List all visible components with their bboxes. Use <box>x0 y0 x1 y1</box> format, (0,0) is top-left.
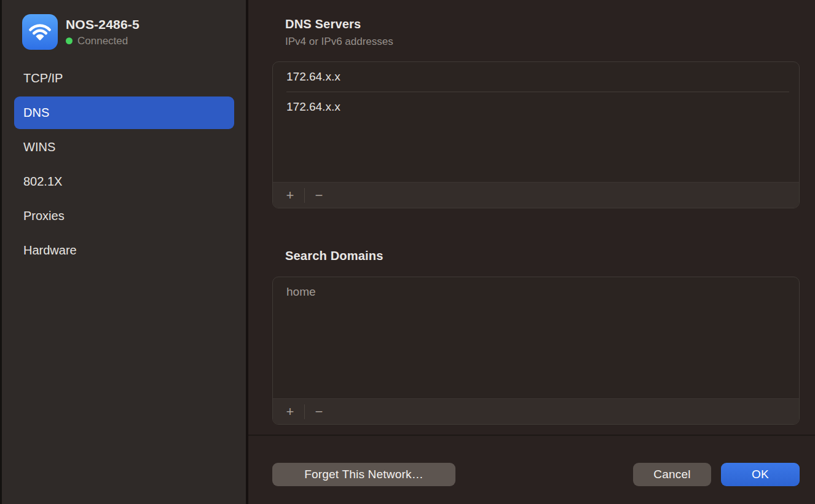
status-label: Connected <box>77 35 128 47</box>
remove-dns-server-button[interactable]: − <box>309 186 329 205</box>
wifi-icon <box>22 14 58 50</box>
forget-network-button[interactable]: Forget This Network… <box>272 463 455 486</box>
dns-server-entry[interactable]: 172.64.x.x <box>273 62 799 92</box>
network-info: NOS-2486-5 Connected <box>66 17 140 47</box>
search-domains-title: Search Domains <box>285 249 800 263</box>
dns-servers-subtitle: IPv4 or IPv6 addresses <box>285 36 800 48</box>
network-name: NOS-2486-5 <box>66 17 140 32</box>
search-domains-toolbar: + − <box>273 398 799 424</box>
sidebar-item-hardware[interactable]: Hardware <box>14 234 234 267</box>
dns-servers-listbox: 172.64.x.x 172.64.x.x + − <box>272 61 800 208</box>
toolbar-divider <box>304 188 305 203</box>
status-dot-icon <box>66 37 73 44</box>
search-domains-list: home <box>273 277 799 398</box>
dns-server-entry[interactable]: 172.64.x.x <box>273 92 799 122</box>
sidebar-item-wins[interactable]: WINS <box>14 131 234 163</box>
dns-settings-panel: DNS Servers IPv4 or IPv6 addresses 172.6… <box>248 0 815 504</box>
dns-servers-toolbar: + − <box>273 182 799 208</box>
sidebar-item-proxies[interactable]: Proxies <box>14 200 234 232</box>
remove-search-domain-button[interactable]: − <box>309 402 329 422</box>
search-domain-entry[interactable]: home <box>273 277 799 307</box>
dialog-action-bar: Forget This Network… Cancel OK <box>272 463 800 486</box>
add-dns-server-button[interactable]: + <box>280 186 300 205</box>
network-status: Connected <box>66 35 140 47</box>
dns-servers-list: 172.64.x.x 172.64.x.x <box>273 62 799 182</box>
search-domains-listbox: home + − <box>272 277 800 425</box>
toolbar-divider <box>304 404 305 419</box>
footer-divider <box>248 435 815 436</box>
settings-nav: TCP/IP DNS WINS 802.1X Proxies Hardware <box>2 62 246 267</box>
network-header: NOS-2486-5 Connected <box>2 14 246 50</box>
dns-servers-title: DNS Servers <box>285 17 800 31</box>
network-details-sidebar: NOS-2486-5 Connected TCP/IP DNS WINS 802… <box>2 0 248 504</box>
sidebar-item-tcpip[interactable]: TCP/IP <box>14 62 234 95</box>
cancel-button[interactable]: Cancel <box>633 463 711 486</box>
ok-button[interactable]: OK <box>721 463 800 486</box>
sidebar-item-dns[interactable]: DNS <box>14 96 234 129</box>
sidebar-item-8021x[interactable]: 802.1X <box>14 165 234 198</box>
add-search-domain-button[interactable]: + <box>280 402 300 422</box>
